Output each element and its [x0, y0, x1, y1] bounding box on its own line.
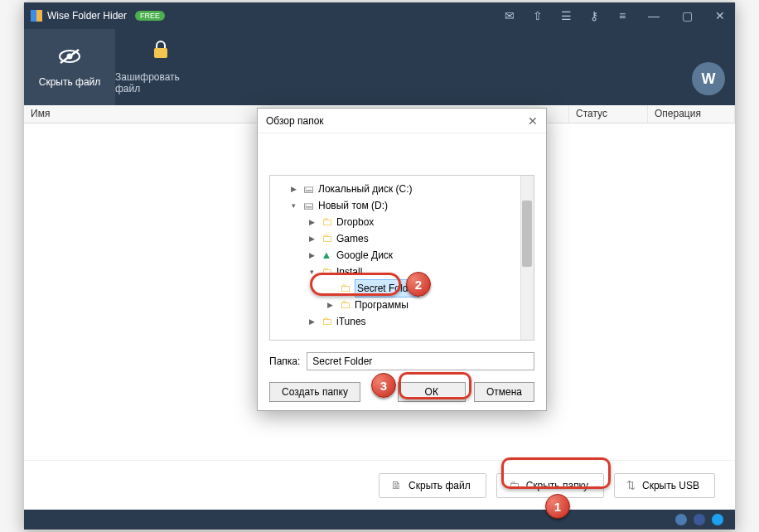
bottom-actions: 🗎 Скрыть файл 🗀 Скрыть папку ⇅ Скрыть US…	[24, 460, 735, 510]
hide-file-btn-label: Скрыть файл	[409, 480, 471, 491]
twitter-icon[interactable]	[712, 514, 723, 525]
tree-list[interactable]: ▶ 🖴 Локальный диск (C:) ▾ 🖴 Новый том (D…	[270, 176, 534, 335]
tree-label: Dropbox	[336, 214, 374, 230]
folder-icon: 🗀	[338, 298, 351, 312]
svg-rect-1	[36, 10, 42, 22]
folder-path-row: Папка:	[269, 352, 534, 370]
tree-row-install[interactable]: ▾ 🗀 Install	[273, 264, 530, 280]
expand-arrow-icon[interactable]: ▶	[307, 247, 317, 264]
usb-icon: ⇅	[626, 479, 636, 491]
dialog-titlebar: Обзор папок ✕	[258, 109, 546, 133]
key-icon[interactable]: ⚷	[587, 9, 601, 22]
window-controls: — ▢ ✕	[637, 7, 728, 24]
tree-row-games[interactable]: ▶ 🗀 Games	[273, 230, 530, 247]
encrypt-file-tab[interactable]: Зашифровать файл	[115, 29, 206, 105]
file-icon: 🗎	[391, 479, 402, 491]
expand-arrow-icon[interactable]: ▶	[307, 313, 317, 330]
hide-file-label: Скрыть файл	[39, 76, 101, 88]
hide-file-tab[interactable]: Скрыть файл	[24, 29, 115, 105]
tree-label: Secret Folder	[355, 279, 419, 297]
expand-arrow-icon[interactable]: ▶	[325, 297, 335, 313]
svg-rect-0	[31, 10, 36, 22]
folder-path-label: Папка:	[269, 355, 300, 367]
folder-icon: 🗀	[320, 265, 333, 278]
minimize-button[interactable]: —	[645, 7, 662, 24]
feedback-icon[interactable]: ☰	[559, 9, 573, 22]
title-left: Wise Folder Hider FREE	[31, 10, 503, 22]
tree-row-google-drive[interactable]: ▶ ▲ Google Диск	[273, 247, 530, 264]
hide-folder-btn-label: Скрыть папку	[526, 480, 588, 491]
expand-arrow-icon[interactable]: ▶	[307, 230, 317, 247]
tree-label: Новый том (D:)	[318, 197, 388, 214]
svg-rect-5	[154, 48, 167, 58]
column-status[interactable]: Статус	[569, 105, 648, 123]
update-icon[interactable]: ⇧	[531, 9, 544, 22]
free-badge: FREE	[135, 11, 165, 21]
brand-logo: W	[692, 62, 725, 95]
hide-usb-btn-label: Скрыть USB	[642, 480, 699, 491]
hide-folder-button[interactable]: 🗀 Скрыть папку	[496, 473, 604, 498]
encrypt-file-label: Зашифровать файл	[115, 71, 206, 94]
column-operation[interactable]: Операция	[648, 105, 735, 123]
tree-label: Google Диск	[336, 247, 393, 264]
hide-usb-button[interactable]: ⇅ Скрыть USB	[614, 473, 715, 498]
tree-label: iTunes	[336, 313, 366, 330]
tree-label: Программы	[355, 297, 409, 313]
tree-row-drive-c[interactable]: ▶ 🖴 Локальный диск (C:)	[273, 181, 530, 197]
dialog-close-button[interactable]: ✕	[528, 114, 538, 128]
title-icons: ✉ ⇧ ☰ ⚷ ≡	[503, 9, 637, 22]
maximize-button[interactable]: ▢	[679, 7, 695, 24]
tree-label: Локальный диск (C:)	[318, 181, 413, 197]
scrollbar-thumb[interactable]	[522, 201, 532, 267]
folder-icon: 🗀	[509, 479, 520, 491]
browse-folder-dialog: Обзор папок ✕ ▶ 🖴 Локальный диск (C:) ▾ …	[257, 108, 547, 411]
collapse-arrow-icon[interactable]: ▾	[307, 264, 317, 280]
tree-label: Install	[336, 264, 362, 280]
lock-icon	[152, 40, 170, 65]
google-drive-icon: ▲	[320, 249, 333, 262]
drive-icon: 🖴	[302, 199, 315, 212]
folder-icon: 🗀	[320, 315, 333, 328]
dialog-buttons: Создать папку ОК Отмена	[269, 382, 534, 402]
menu-icon[interactable]: ≡	[616, 9, 629, 22]
expand-arrow-icon[interactable]: ▶	[307, 214, 317, 230]
app-logo-icon	[31, 10, 42, 22]
tree-row-drive-d[interactable]: ▾ 🖴 Новый том (D:)	[273, 197, 530, 214]
folder-tree: ▶ 🖴 Локальный диск (C:) ▾ 🖴 Новый том (D…	[269, 175, 534, 341]
tree-row-secret-folder[interactable]: 🗀 Secret Folder	[273, 280, 530, 297]
hide-file-button[interactable]: 🗎 Скрыть файл	[379, 473, 486, 498]
expand-arrow-icon[interactable]: ▶	[288, 181, 298, 197]
dialog-body: ▶ 🖴 Локальный диск (C:) ▾ 🖴 Новый том (D…	[258, 133, 546, 410]
create-folder-button[interactable]: Создать папку	[269, 382, 360, 402]
folder-path-input[interactable]	[307, 352, 534, 370]
folder-icon: 🗀	[338, 282, 351, 295]
tree-row-itunes[interactable]: ▶ 🗀 iTunes	[273, 313, 530, 330]
eye-slash-icon	[58, 46, 81, 70]
app-title: Wise Folder Hider	[47, 10, 127, 22]
titlebar: Wise Folder Hider FREE ✉ ⇧ ☰ ⚷ ≡ — ▢ ✕	[24, 2, 735, 29]
tree-row-dropbox[interactable]: ▶ 🗀 Dropbox	[273, 214, 530, 230]
ok-button[interactable]: ОК	[398, 382, 466, 402]
mail-social-icon[interactable]	[675, 514, 687, 525]
expand-arrow-icon[interactable]	[325, 280, 335, 297]
folder-icon: 🗀	[320, 215, 333, 229]
folder-icon: 🗀	[320, 232, 333, 245]
footer	[24, 510, 735, 530]
drive-icon: 🖴	[302, 182, 315, 196]
tree-row-programs[interactable]: ▶ 🗀 Программы	[273, 297, 530, 313]
close-button[interactable]: ✕	[712, 7, 728, 24]
dialog-title: Обзор папок	[266, 115, 324, 127]
mail-icon[interactable]: ✉	[503, 9, 516, 22]
tree-label: Games	[336, 230, 369, 247]
collapse-arrow-icon[interactable]: ▾	[288, 197, 298, 214]
tree-scrollbar[interactable]	[520, 176, 534, 340]
facebook-icon[interactable]	[694, 514, 705, 525]
main-toolbar: Скрыть файл Зашифровать файл W	[24, 29, 735, 105]
cancel-button[interactable]: Отмена	[474, 382, 534, 402]
